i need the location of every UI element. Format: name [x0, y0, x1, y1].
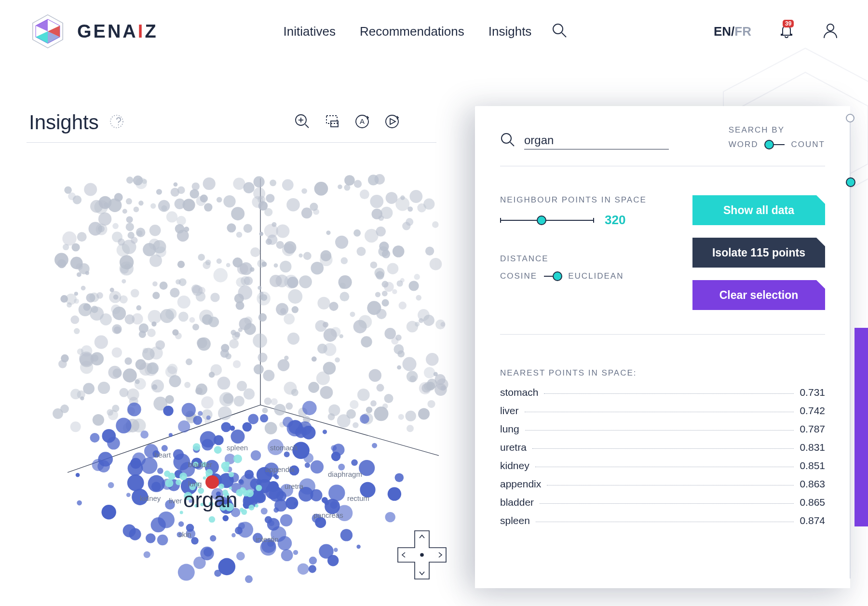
nav-insights[interactable]: Insights [488, 24, 532, 39]
svg-point-425 [217, 377, 231, 390]
nav-recommendations[interactable]: Recommendations [360, 24, 464, 39]
language-toggle[interactable]: EN/FR [714, 24, 751, 39]
logo[interactable]: GENAIZ [29, 13, 158, 50]
svg-point-602 [177, 532, 182, 537]
nearest-row[interactable]: stomach0.731 [500, 387, 825, 398]
nearest-label: kidney [500, 460, 529, 471]
svg-point-359 [259, 292, 263, 296]
svg-point-233 [391, 337, 398, 345]
selected-point[interactable] [205, 475, 219, 489]
svg-rect-18 [331, 121, 338, 127]
svg-point-439 [328, 413, 335, 420]
svg-point-442 [112, 307, 126, 320]
svg-point-239 [84, 183, 97, 196]
svg-point-525 [141, 458, 157, 474]
svg-point-424 [399, 302, 407, 310]
isolate-button[interactable]: Isolate 115 points [692, 238, 825, 268]
svg-point-304 [208, 317, 219, 327]
svg-point-333 [81, 286, 86, 291]
svg-point-640 [249, 505, 255, 511]
selected-label: organ [183, 488, 238, 512]
svg-point-8 [827, 24, 834, 31]
neighbour-value: 320 [605, 213, 625, 228]
box-select-icon[interactable] [324, 113, 340, 132]
nearest-row[interactable]: uretra0.831 [500, 442, 825, 453]
svg-point-435 [229, 339, 239, 349]
divider [27, 142, 436, 143]
svg-point-661 [165, 479, 173, 487]
clear-selection-button[interactable]: Clear selection [692, 280, 825, 310]
svg-point-383 [131, 237, 137, 243]
svg-marker-4 [36, 31, 48, 43]
svg-point-80 [70, 315, 79, 324]
show-all-button[interactable]: Show all data [692, 195, 825, 225]
control-panel: SEARCH BY WORD COUNT NEIGHBOUR POINTS IN… [475, 106, 850, 588]
svg-point-335 [221, 344, 229, 352]
svg-point-194 [292, 306, 298, 313]
svg-point-345 [265, 422, 277, 434]
distance-toggle[interactable]: COSINE EUCLIDEAN [500, 271, 673, 281]
svg-point-567 [315, 517, 326, 528]
svg-marker-22 [390, 119, 395, 124]
svg-point-601 [230, 426, 235, 431]
panel-search-icon[interactable] [500, 132, 515, 149]
search-input[interactable] [524, 132, 669, 149]
svg-point-102 [250, 247, 260, 257]
svg-point-238 [232, 257, 243, 268]
svg-point-405 [98, 226, 105, 232]
dpad-control[interactable] [395, 528, 448, 583]
search-icon[interactable] [551, 22, 568, 41]
svg-point-627 [202, 439, 213, 450]
zoom-in-icon[interactable] [294, 113, 311, 132]
svg-point-396 [94, 200, 108, 214]
svg-point-372 [177, 187, 185, 194]
svg-point-395 [234, 332, 240, 337]
svg-point-291 [114, 326, 121, 334]
svg-point-552 [388, 487, 401, 500]
svg-point-630 [203, 548, 213, 557]
svg-point-516 [132, 489, 148, 505]
nearest-title: NEAREST POINTS IN SPACE: [500, 368, 825, 378]
notifications-icon[interactable]: 39 [778, 22, 795, 41]
svg-point-411 [83, 383, 95, 394]
svg-point-649 [202, 462, 207, 467]
user-icon[interactable] [822, 22, 839, 41]
nearest-row[interactable]: kidney0.851 [500, 460, 825, 471]
nearest-label: uretra [500, 442, 527, 453]
nearest-row[interactable]: liver0.742 [500, 405, 825, 417]
nearest-value: 0.742 [800, 405, 825, 417]
svg-point-615 [260, 414, 268, 422]
search-by-toggle[interactable]: WORD COUNT [729, 140, 825, 149]
svg-point-276 [198, 254, 205, 261]
svg-point-618 [311, 460, 324, 473]
svg-point-672 [179, 472, 187, 480]
svg-point-597 [178, 564, 195, 581]
svg-point-564 [173, 454, 190, 471]
svg-point-393 [61, 354, 69, 363]
svg-point-113 [376, 227, 386, 237]
svg-point-146 [96, 292, 103, 299]
svg-point-97 [258, 353, 267, 363]
svg-line-7 [562, 33, 566, 37]
nav-initiatives[interactable]: Initiatives [284, 24, 336, 39]
svg-point-506 [280, 514, 293, 527]
play-icon[interactable] [384, 113, 400, 132]
nearest-row[interactable]: appendix0.863 [500, 478, 825, 490]
help-icon[interactable] [109, 114, 140, 131]
embedding-scatter[interactable]: heartspleenstomachbladderappendixdiaphra… [39, 164, 458, 569]
svg-point-620 [385, 512, 395, 522]
svg-point-536 [231, 430, 245, 444]
side-accent [854, 328, 868, 526]
nearest-row[interactable]: lung0.787 [500, 423, 825, 435]
svg-point-544 [284, 452, 290, 458]
svg-point-370 [271, 398, 278, 405]
reset-view-icon[interactable]: A [354, 113, 370, 132]
svg-point-121 [124, 357, 132, 364]
nearest-row[interactable]: bladder0.865 [500, 497, 825, 508]
svg-point-254 [311, 262, 324, 275]
neighbour-slider[interactable]: 320 [500, 213, 673, 228]
svg-point-501 [102, 505, 116, 519]
nearest-row[interactable]: spleen0.874 [500, 515, 825, 526]
svg-point-135 [382, 291, 388, 296]
svg-point-591 [298, 487, 313, 502]
